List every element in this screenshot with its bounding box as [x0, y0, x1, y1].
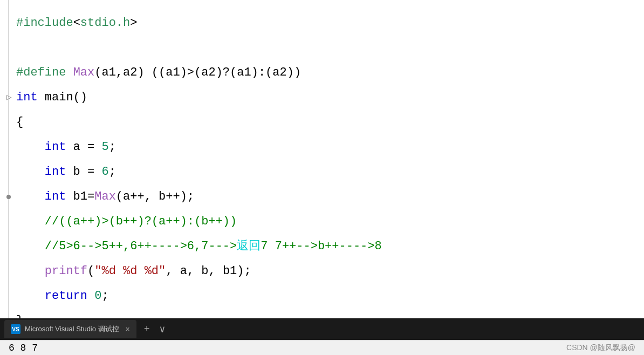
code-text: b =: [66, 160, 101, 185]
code-brace: {: [16, 110, 23, 135]
keyword-int: int: [16, 85, 38, 110]
code-text: a =: [66, 135, 101, 160]
comment-text: //((a++)>(b++)?(a++):(b++)): [45, 209, 237, 234]
code-text: (a++, b++);: [116, 185, 194, 209]
code-text: <: [73, 11, 80, 36]
string-literal: "%d %d %d": [94, 259, 166, 284]
indent: [16, 160, 45, 185]
line-arrow-indicator: ▷: [6, 85, 12, 110]
keyword-int: int: [45, 185, 66, 209]
comment-prefix: //5>6-->5++,6++---->6,7--->: [45, 234, 237, 259]
indent: [16, 284, 45, 309]
keyword-int: int: [45, 135, 66, 160]
code-line-12: return 0;: [16, 284, 628, 309]
define-keyword: #define: [16, 60, 73, 85]
code-line-4: ▷ int main(): [16, 85, 628, 110]
comment-suffix: 7 7++-->b++---->8: [261, 234, 381, 259]
code-text: (: [87, 259, 94, 284]
code-text: , a, b, b1);: [166, 259, 251, 284]
indent: [16, 209, 45, 234]
gutter-line: [8, 0, 9, 318]
code-text: ;: [101, 284, 108, 309]
code-text: main(): [38, 85, 87, 110]
code-text: ;: [109, 160, 116, 185]
printf-call: printf: [45, 259, 87, 284]
keyword-return: return: [45, 284, 87, 309]
taskbar-tab[interactable]: VS Microsoft Visual Studio 调试控 ×: [4, 320, 136, 338]
tab-close-button[interactable]: ×: [126, 325, 130, 333]
macro-call: Max: [94, 185, 116, 209]
code-text: b1=: [66, 185, 94, 209]
code-line-5: {: [16, 110, 628, 135]
code-line-2: [16, 36, 628, 60]
indent: [16, 259, 45, 284]
code-text: (a1,a2) ((a1)>(a2)?(a1):(a2)): [94, 60, 301, 85]
tab-label: Microsoft Visual Studio 调试控: [25, 324, 119, 334]
code-text: ;: [109, 135, 116, 160]
code-line-1: #include<stdio.h>: [16, 11, 628, 36]
taskbar-controls: + ∨: [141, 322, 169, 336]
header-name: stdio.h: [80, 11, 130, 36]
code-line-8: int b1=Max(a++, b++);: [16, 185, 628, 209]
number-6: 6: [101, 160, 108, 185]
output-result: 6 8 7: [9, 343, 38, 353]
comment-chinese: 返回: [237, 234, 261, 259]
code-line-3: #define Max(a1,a2) ((a1)>(a2)?(a1):(a2)): [16, 60, 628, 85]
keyword-int: int: [45, 160, 66, 185]
code-line-10: //5>6-->5++,6++---->6,7--->返回7 7++-->b++…: [16, 234, 628, 259]
preprocessor-keyword: #include: [16, 11, 73, 36]
vs-icon: VS: [11, 324, 20, 334]
output-bar: 6 8 7 CSDN @随风飘扬@: [0, 340, 644, 355]
taskbar: VS Microsoft Visual Studio 调试控 × + ∨: [0, 318, 644, 340]
line-dot-indicator: [6, 195, 11, 199]
code-editor: #include<stdio.h> #define Max(a1,a2) ((a…: [0, 0, 644, 318]
indent: [16, 185, 45, 209]
add-tab-button[interactable]: +: [141, 323, 153, 336]
code-line-11: printf("%d %d %d", a, b, b1);: [16, 259, 628, 284]
dropdown-button[interactable]: ∨: [156, 322, 169, 336]
code-text: [87, 284, 94, 309]
indent: [16, 234, 45, 259]
code-line-7: int b = 6;: [16, 160, 628, 185]
indent: [16, 135, 45, 160]
csdn-watermark: CSDN @随风飘扬@: [566, 343, 635, 353]
macro-name: Max: [73, 60, 95, 85]
code-line-9: //((a++)>(b++)?(a++):(b++)): [16, 209, 628, 234]
code-line-6: int a = 5;: [16, 135, 628, 160]
number-0: 0: [94, 284, 101, 309]
number-5: 5: [101, 135, 108, 160]
